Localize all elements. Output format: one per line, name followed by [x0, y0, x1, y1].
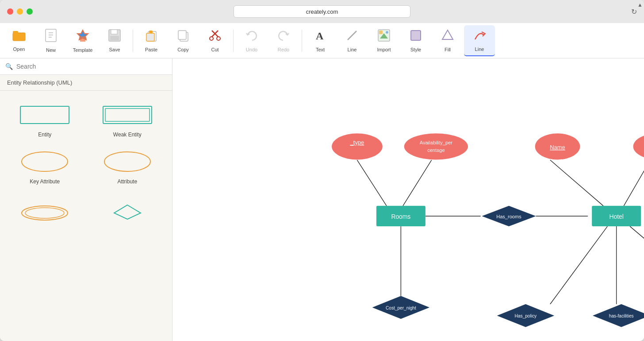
maximize-button[interactable]: [27, 8, 33, 15]
extra-shape-canvas-1: [16, 199, 73, 225]
shape-grid-2: [7, 195, 165, 229]
open-button[interactable]: Open: [4, 25, 34, 56]
svg-text:_type: _type: [350, 139, 364, 146]
svg-rect-31: [105, 108, 150, 121]
entity-shape-item[interactable]: Entity: [7, 98, 83, 141]
svg-text:Has_rooms: Has_rooms: [496, 214, 521, 219]
undo-button[interactable]: Undo: [236, 25, 267, 56]
svg-rect-30: [103, 106, 152, 124]
search-bar: 🔍: [0, 58, 172, 75]
redo-button[interactable]: Redo: [268, 25, 299, 56]
line-active-label: Line: [475, 46, 484, 52]
minimize-button[interactable]: [17, 8, 23, 15]
url-text: creately.com: [306, 8, 338, 15]
svg-point-33: [104, 152, 150, 171]
save-label: Save: [109, 47, 120, 52]
text-button[interactable]: A Text: [305, 25, 336, 56]
redo-icon: [277, 29, 290, 45]
open-icon: [12, 29, 26, 45]
svg-line-37: [403, 160, 432, 206]
svg-point-49: [404, 133, 468, 159]
svg-text:Name: Name: [550, 144, 565, 151]
svg-rect-1: [13, 31, 18, 34]
sidebar-category-title: Entity Relationship (UML): [0, 75, 172, 91]
search-icon: 🔍: [5, 63, 13, 70]
svg-marker-28: [442, 30, 453, 39]
svg-line-46: [630, 226, 644, 304]
fill-label: Fill: [445, 47, 451, 52]
style-icon: [409, 29, 422, 45]
import-icon: [377, 29, 391, 45]
svg-point-26: [386, 31, 388, 34]
svg-text:Hotel: Hotel: [609, 213, 623, 220]
line-active-icon: [473, 28, 486, 45]
svg-rect-11: [110, 36, 119, 40]
save-icon: [108, 29, 121, 45]
extra-shape-item-2[interactable]: [90, 195, 165, 229]
sidebar-shapes: Entity Weak Entity: [0, 91, 172, 341]
weak-entity-shape-item[interactable]: Weak Entity: [90, 98, 165, 141]
key-attribute-shape-canvas: [16, 148, 73, 175]
sidebar: 🔍 Entity Relationship (UML) Entity: [0, 58, 172, 341]
copy-button[interactable]: Copy: [168, 25, 199, 56]
diagram-canvas[interactable]: _type Availability_per centage Name Rati…: [172, 58, 644, 341]
style-label: Style: [410, 47, 421, 52]
copy-label: Copy: [177, 47, 189, 52]
new-button[interactable]: New: [35, 25, 66, 56]
svg-rect-27: [411, 31, 421, 40]
svg-rect-16: [178, 31, 186, 39]
new-label: New: [46, 47, 56, 53]
svg-line-41: [550, 160, 603, 206]
separator-2: [233, 30, 234, 52]
text-icon: A: [314, 29, 327, 45]
cut-icon: [208, 29, 222, 45]
url-bar[interactable]: creately.com: [234, 5, 410, 18]
style-button[interactable]: Style: [400, 25, 431, 56]
paste-button[interactable]: Paste: [136, 25, 167, 56]
er-diagram-svg: _type Availability_per centage Name Rati…: [172, 58, 644, 341]
fill-icon: [441, 29, 454, 45]
svg-point-32: [22, 152, 68, 171]
entity-shape-canvas: [16, 101, 73, 128]
import-label: Import: [377, 47, 391, 52]
template-button[interactable]: Template: [67, 25, 98, 56]
entity-shape-label: Entity: [38, 132, 51, 138]
new-icon: [45, 28, 57, 46]
search-input[interactable]: [16, 63, 167, 70]
titlebar: creately.com ↻: [0, 0, 644, 23]
svg-rect-25: [379, 31, 383, 34]
app-window: creately.com ↻ Open New: [0, 0, 644, 341]
line-button[interactable]: Line: [337, 25, 368, 56]
paste-label: Paste: [145, 47, 157, 52]
line-active-button[interactable]: Line: [464, 25, 495, 56]
cut-button[interactable]: Cut: [199, 25, 230, 56]
text-label: Text: [316, 47, 325, 52]
separator-1: [133, 30, 133, 52]
fill-button[interactable]: Fill: [432, 25, 463, 56]
weak-entity-shape-canvas: [99, 101, 156, 128]
close-button[interactable]: [7, 8, 13, 15]
redo-label: Redo: [278, 47, 289, 52]
toolbar: Open New Template Save: [0, 23, 644, 58]
import-button[interactable]: Import: [368, 25, 399, 56]
svg-rect-8: [80, 36, 85, 42]
line-icon: [345, 29, 359, 45]
svg-rect-13: [146, 33, 154, 41]
svg-rect-2: [46, 29, 56, 42]
svg-rect-14: [149, 31, 153, 33]
svg-point-35: [25, 208, 64, 218]
weak-entity-shape-label: Weak Entity: [113, 132, 142, 138]
svg-text:Has_policy: Has_policy: [515, 314, 537, 318]
key-attribute-shape-label: Key Attribute: [30, 178, 60, 185]
save-button[interactable]: Save: [99, 25, 130, 56]
extra-shape-item-1[interactable]: [7, 195, 83, 229]
key-attribute-shape-item[interactable]: Key Attribute: [7, 145, 83, 188]
paste-icon: [145, 29, 158, 45]
svg-line-36: [357, 160, 387, 206]
svg-text:has-facilities: has-facilities: [609, 314, 634, 318]
main-content: 🔍 Entity Relationship (UML) Entity: [0, 58, 644, 341]
undo-icon: [245, 29, 258, 45]
svg-point-20: [217, 37, 220, 40]
attribute-shape-item[interactable]: Attribute: [90, 145, 165, 188]
cut-label: Cut: [211, 47, 218, 52]
